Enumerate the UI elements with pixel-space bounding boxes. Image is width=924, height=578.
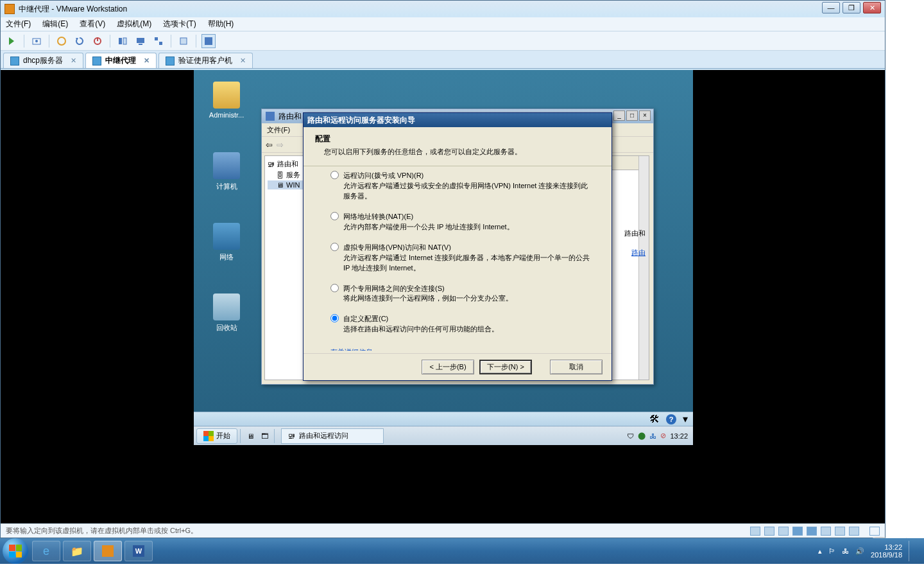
poweroff-icon[interactable] xyxy=(90,34,105,48)
menu-tabs[interactable]: 选项卡(T) xyxy=(163,19,196,30)
tab-client[interactable]: 验证使用客户机 ✕ xyxy=(158,53,253,68)
device-net-icon[interactable] xyxy=(792,527,803,536)
mmc-maximize-button[interactable]: □ xyxy=(626,110,638,121)
guest-desktop[interactable]: Administr... 计算机 网络 回收站 路由和 _ xyxy=(194,70,693,445)
menu-vm[interactable]: 虚拟机(M) xyxy=(117,19,151,30)
mmc-close-button[interactable]: × xyxy=(639,110,651,121)
statusbar: 要将输入定向到该虚拟机，请在虚拟机内部单击或按 Ctrl+G。 xyxy=(1,523,885,538)
taskbar-explorer-icon[interactable]: 📁 xyxy=(63,541,91,561)
mmc-minimize-button[interactable]: _ xyxy=(613,110,625,121)
tab-close-icon[interactable]: ✕ xyxy=(71,57,76,65)
mmc-menu-file[interactable]: 文件(F) xyxy=(267,125,290,135)
option-label: 虚拟专用网络(VPN)访问和 NAT(V) xyxy=(343,243,594,253)
folder-icon xyxy=(213,82,240,109)
option-label: 网络地址转换(NAT)(E) xyxy=(343,212,594,222)
tray-network2-icon[interactable]: 🖧 xyxy=(649,432,656,440)
help-icon[interactable]: ? xyxy=(666,414,676,425)
tray-alert-icon[interactable]: ⊘ xyxy=(660,432,666,440)
icon-label: 计算机 xyxy=(204,182,249,191)
tab-dhcp[interactable]: dhcp服务器 ✕ xyxy=(3,53,83,68)
tray-chevron-up-icon[interactable]: ▴ xyxy=(818,547,822,556)
option-site-to-site[interactable]: 两个专用网络之间的安全连接(S) 将此网络连接到一个远程网络，例如一个分支办公室… xyxy=(330,283,594,306)
taskbar-vmware-icon[interactable] xyxy=(94,541,122,561)
option-label: 自定义配置(C) xyxy=(343,314,594,324)
taskbar-item-rras[interactable]: 🖳 路由和远程访问 xyxy=(281,428,384,444)
tab-close-icon[interactable]: ✕ xyxy=(240,57,246,65)
chevron-down-icon[interactable]: ▾ xyxy=(683,413,688,425)
snapshot-icon[interactable] xyxy=(30,34,44,48)
show-desktop-button[interactable] xyxy=(909,541,915,561)
device-floppy-icon[interactable] xyxy=(778,527,789,536)
more-info-link[interactable]: 有关详细信息 xyxy=(330,347,373,351)
minimize-button[interactable]: — xyxy=(822,2,840,13)
window-titlebar[interactable]: 中继代理 - VMware Workstation — ❐ ✕ xyxy=(1,1,885,17)
option-custom[interactable]: 自定义配置(C) 选择在路由和远程访问中的任何可用功能的组合。 xyxy=(330,313,594,336)
host-start-button[interactable] xyxy=(3,538,28,564)
desktop-icon-administrator[interactable]: Administr... xyxy=(204,82,249,119)
tray-network-icon[interactable]: 🖧 xyxy=(842,547,849,555)
menu-view[interactable]: 查看(V) xyxy=(80,19,105,30)
radio-remote-access[interactable] xyxy=(330,171,339,179)
radio-site-to-site[interactable] xyxy=(330,284,339,292)
device-net2-icon[interactable] xyxy=(807,527,817,536)
radio-custom[interactable] xyxy=(330,314,339,322)
desktop-icon-network[interactable]: 网络 xyxy=(204,223,249,262)
svg-rect-7 xyxy=(119,38,122,44)
menu-file[interactable]: 文件(F) xyxy=(6,19,31,30)
wizard-footer: < 上一步(B) 下一步(N) > 取消 xyxy=(304,353,612,380)
power-on-icon[interactable] xyxy=(4,34,19,48)
show-desktop-icon[interactable]: 🖥 xyxy=(243,429,257,443)
wizard-body: 远程访问(拨号或 VPN)(R) 允许远程客户端通过拨号或安全的虚拟专用网络(V… xyxy=(304,159,612,351)
view-console-icon[interactable] xyxy=(133,34,148,48)
cancel-button[interactable]: 取消 xyxy=(550,360,603,374)
start-button[interactable]: 开始 xyxy=(196,428,237,444)
close-button[interactable]: ✕ xyxy=(863,2,881,13)
option-remote-access[interactable]: 远程访问(拨号或 VPN)(R) 允许远程客户端通过拨号或安全的虚拟专用网络(V… xyxy=(330,170,594,203)
device-hdd-icon[interactable] xyxy=(750,527,760,536)
app-icon xyxy=(4,4,15,14)
wizard-titlebar[interactable]: 路由和远程访问服务器安装向导 xyxy=(304,113,612,127)
radio-vpn-nat[interactable] xyxy=(330,243,339,251)
quicklaunch-icon[interactable]: 🗔 xyxy=(257,429,271,443)
option-nat[interactable]: 网络地址转换(NAT)(E) 允许内部客户端使用一个公共 IP 地址连接到 In… xyxy=(330,211,594,234)
tray-volume-icon[interactable]: 🔊 xyxy=(855,547,864,556)
device-printer-icon[interactable] xyxy=(835,527,845,536)
reset-icon[interactable] xyxy=(73,34,87,48)
device-cd-icon[interactable] xyxy=(764,527,774,536)
menu-help[interactable]: 帮助(H) xyxy=(208,19,234,30)
guest-language-bar: 🛠 ? ▾ xyxy=(194,412,693,426)
suspend-icon[interactable] xyxy=(55,34,69,48)
tray-network-icon[interactable]: ⬤ xyxy=(638,432,646,440)
host-clock-date[interactable]: 2018/9/18 xyxy=(871,551,902,559)
radio-nat[interactable] xyxy=(330,212,339,220)
tab-close-icon[interactable]: ✕ xyxy=(144,57,150,65)
maximize-button[interactable]: ❐ xyxy=(843,2,860,13)
option-vpn-nat[interactable]: 虚拟专用网络(VPN)访问和 NAT(V) 允许远程客户端通过 Internet… xyxy=(330,241,594,275)
tools-icon[interactable]: 🛠 xyxy=(649,414,660,425)
library-icon[interactable] xyxy=(176,34,191,48)
view-single-icon[interactable] xyxy=(116,34,130,48)
svg-rect-9 xyxy=(137,38,144,43)
menu-edit[interactable]: 编辑(E) xyxy=(42,19,68,30)
desktop-icon-recyclebin[interactable]: 回收站 xyxy=(204,293,249,333)
fullscreen-icon[interactable] xyxy=(201,34,216,48)
back-button[interactable]: < 上一步(B) xyxy=(422,360,474,374)
tab-relay[interactable]: 中继代理 ✕ xyxy=(85,53,157,68)
tray-security-icon[interactable]: 🛡 xyxy=(627,432,634,440)
taskbar-ie-icon[interactable]: e xyxy=(32,541,60,561)
view-unity-icon[interactable] xyxy=(151,34,166,48)
vm-viewport[interactable]: Administr... 计算机 网络 回收站 路由和 _ xyxy=(1,70,885,523)
host-clock-time[interactable]: 13:22 xyxy=(871,543,902,551)
taskbar-word-icon[interactable]: W xyxy=(124,541,153,561)
device-usb-icon[interactable] xyxy=(821,527,831,536)
message-icon[interactable] xyxy=(869,527,880,536)
mmc-help-link[interactable]: 路由 xyxy=(631,248,646,258)
tray-flag-icon[interactable]: 🏳 xyxy=(828,547,835,555)
scrollbar[interactable] xyxy=(638,156,649,380)
clock[interactable]: 13:22 xyxy=(670,432,688,440)
back-icon[interactable]: ⇦ xyxy=(266,140,273,150)
next-button[interactable]: 下一步(N) > xyxy=(479,360,532,374)
desktop-icon-computer[interactable]: 计算机 xyxy=(204,152,249,191)
icon-label: 回收站 xyxy=(204,323,249,333)
device-sound-icon[interactable] xyxy=(849,527,859,536)
